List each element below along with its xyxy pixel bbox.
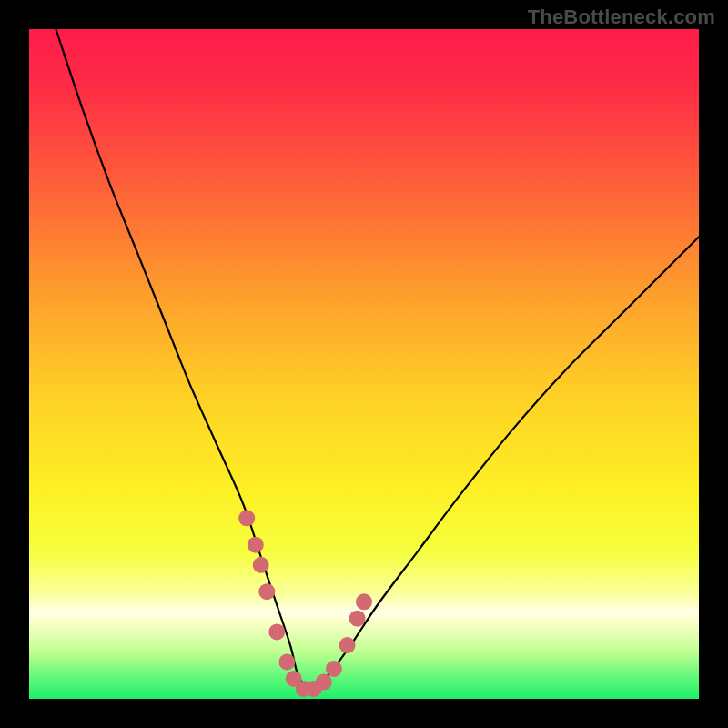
curve-marker	[258, 583, 275, 600]
curve-marker	[356, 593, 372, 610]
chart-frame: { "watermark": "TheBottleneck.com", "col…	[0, 0, 728, 728]
curve-marker	[339, 637, 356, 653]
curve-marker	[326, 661, 342, 677]
curve-marker	[278, 654, 295, 671]
chart-svg	[0, 0, 728, 728]
curve-marker	[349, 611, 366, 627]
curve-marker	[253, 557, 269, 573]
curve-marker	[316, 674, 332, 691]
curve-marker	[238, 510, 255, 526]
curve-marker	[268, 623, 285, 640]
watermark-text: TheBottleneck.com	[528, 5, 715, 29]
curve-marker	[248, 537, 264, 553]
